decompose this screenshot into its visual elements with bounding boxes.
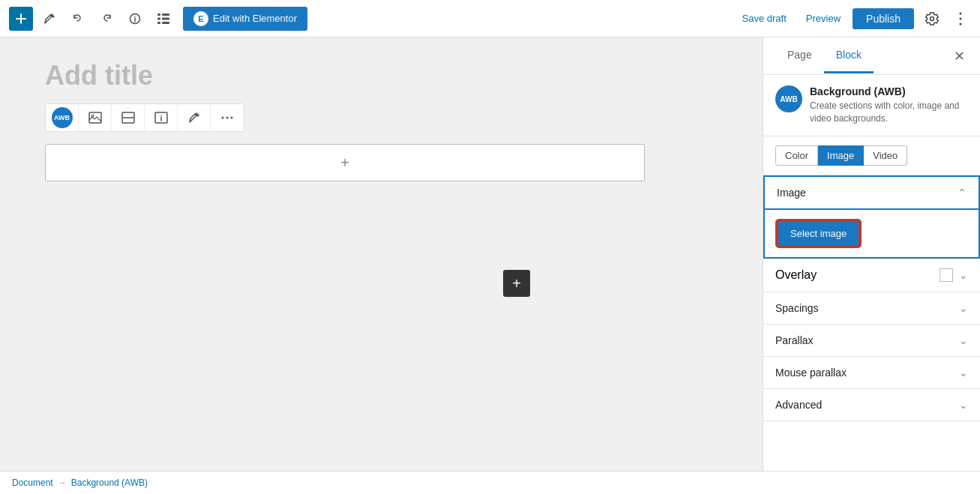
svg-rect-8 <box>157 22 160 24</box>
bg-tab-color[interactable]: Color <box>775 145 818 166</box>
advanced-section: Advanced ⌄ <box>763 389 980 421</box>
plugin-name: Background (AWB) <box>810 85 968 97</box>
svg-rect-7 <box>162 17 169 19</box>
tab-page[interactable]: Page <box>775 38 824 73</box>
overlay-chevron-icon: ⌄ <box>959 269 968 281</box>
plugin-desc: Create sections with color, image and vi… <box>810 100 968 125</box>
image-chevron-icon: ⌃ <box>958 187 967 199</box>
main-area: Add title AWB <box>0 37 980 471</box>
image-section-body: Select image <box>765 210 979 257</box>
top-toolbar: E Edit with Elementor Save draft Preview… <box>0 0 980 37</box>
sidebar-tabs: Page Block <box>775 38 874 73</box>
mouse-parallax-header[interactable]: Mouse parallax ⌄ <box>763 357 980 388</box>
svg-point-11 <box>960 17 962 19</box>
tab-block[interactable]: Block <box>824 38 874 73</box>
overlay-checkbox[interactable] <box>940 268 953 282</box>
mouse-parallax-section: Mouse parallax ⌄ <box>763 357 980 389</box>
plus-side-button[interactable]: + <box>503 270 530 297</box>
preview-button[interactable]: Preview <box>799 8 848 28</box>
block-toolbar: AWB <box>45 103 244 132</box>
settings-button[interactable] <box>919 5 946 32</box>
svg-rect-4 <box>157 13 160 16</box>
list-view-button[interactable] <box>151 7 175 31</box>
sidebar-header: Page Block ✕ <box>763 37 980 75</box>
mouse-parallax-chevron-icon: ⌄ <box>959 367 968 379</box>
add-block-plus-icon: + <box>340 154 349 172</box>
info-tool-button[interactable] <box>145 104 178 131</box>
parallax-section: Parallax ⌄ <box>763 325 980 357</box>
breadcrumb: Document → Background (AWB) <box>0 471 980 494</box>
select-image-button[interactable]: Select image <box>777 220 860 247</box>
right-sidebar: Page Block ✕ AWB Background (AWB) Create… <box>763 37 980 471</box>
svg-rect-6 <box>157 17 160 19</box>
spacings-chevron-icon: ⌄ <box>959 302 968 314</box>
svg-point-19 <box>222 117 224 119</box>
image-section-header[interactable]: Image ⌃ <box>765 177 979 210</box>
plugin-info: AWB Background (AWB) Create sections wit… <box>763 75 980 136</box>
overlay-label: Overlay <box>775 268 817 282</box>
svg-rect-9 <box>162 22 169 24</box>
bg-tab-video[interactable]: Video <box>864 145 907 166</box>
redo-button[interactable] <box>94 7 118 31</box>
svg-point-18 <box>160 115 162 116</box>
advanced-chevron-icon: ⌄ <box>959 399 968 411</box>
pen-tool-button[interactable] <box>37 7 61 31</box>
svg-point-21 <box>231 117 233 119</box>
breadcrumb-document[interactable]: Document <box>12 478 53 488</box>
awb-plugin-button[interactable]: AWB <box>46 104 79 131</box>
parallax-chevron-icon: ⌄ <box>959 334 968 346</box>
parallax-header[interactable]: Parallax ⌄ <box>763 325 980 356</box>
separator-tool-button[interactable] <box>112 104 145 131</box>
publish-button[interactable]: Publish <box>853 8 914 29</box>
spacings-header[interactable]: Spacings ⌄ <box>763 292 980 324</box>
more-block-tool-button[interactable] <box>211 104 244 131</box>
plugin-avatar: AWB <box>775 85 802 112</box>
edit-elementor-button[interactable]: E Edit with Elementor <box>183 7 307 31</box>
awb-icon: AWB <box>52 107 73 128</box>
svg-rect-5 <box>162 13 169 16</box>
svg-point-3 <box>134 16 136 17</box>
editor-area: Add title AWB <box>0 37 763 471</box>
breadcrumb-arrow: → <box>58 478 67 488</box>
sidebar-content: AWB Background (AWB) Create sections wit… <box>763 75 980 471</box>
undo-button[interactable] <box>66 7 90 31</box>
svg-point-12 <box>960 22 962 25</box>
add-block-button[interactable] <box>9 7 33 31</box>
bg-tab-image[interactable]: Image <box>818 145 864 166</box>
save-draft-button[interactable]: Save draft <box>735 8 794 28</box>
svg-point-20 <box>226 117 229 119</box>
sidebar-close-button[interactable]: ✕ <box>951 45 968 67</box>
advanced-header[interactable]: Advanced ⌄ <box>763 389 980 421</box>
image-tool-button[interactable] <box>79 104 112 131</box>
overlay-section: Overlay ⌄ <box>763 259 980 292</box>
breadcrumb-current[interactable]: Background (AWB) <box>71 478 148 488</box>
info-button[interactable] <box>123 7 147 31</box>
page-title[interactable]: Add title <box>45 60 718 91</box>
svg-point-14 <box>91 115 94 117</box>
elementor-icon: E <box>193 11 208 26</box>
spacings-section: Spacings ⌄ <box>763 292 980 325</box>
more-options-button[interactable] <box>950 5 971 32</box>
overlay-row: Overlay ⌄ <box>763 259 980 292</box>
bg-type-tabs: Color Image Video <box>763 136 980 175</box>
image-section: Image ⌃ Select image <box>763 175 980 259</box>
pencil-tool-button[interactable] <box>178 104 211 131</box>
svg-point-10 <box>960 12 962 14</box>
add-block-area[interactable]: + <box>45 144 645 181</box>
